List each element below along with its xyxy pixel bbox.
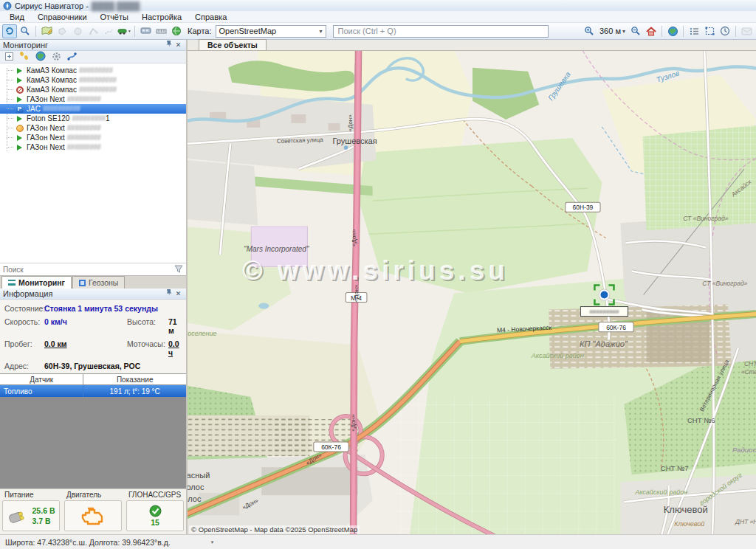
map-label: "Mars Incorporated": [244, 245, 309, 253]
menu-item[interactable]: Справка: [188, 13, 233, 21]
vehicle-row[interactable]: Foton SE120#########1: [0, 114, 186, 123]
satellite-status-icon: [149, 505, 162, 517]
vehicle-row[interactable]: ГАЗон Next#########: [0, 142, 186, 152]
pin-icon[interactable]: [164, 40, 173, 50]
svg-text:60К-76: 60К-76: [321, 443, 341, 451]
panel-tabs: Мониторинг Геозоны: [0, 275, 186, 289]
svg-text:60К-76: 60К-76: [606, 324, 626, 331]
menu-item[interactable]: Справочники: [31, 13, 94, 21]
vehicle-row[interactable]: ГАЗон Next#########: [0, 123, 186, 133]
sensor-name: Топливо: [0, 385, 83, 397]
edit-map-button[interactable]: [39, 24, 54, 38]
home-button[interactable]: [644, 24, 659, 38]
status-moving-icon: [15, 143, 24, 151]
traffic-icon: [171, 26, 182, 36]
zoom-in-button[interactable]: [582, 24, 597, 38]
globe-button[interactable]: [665, 24, 680, 38]
map-label: СНТ: [744, 360, 756, 367]
chevron-down-icon[interactable]: ▾: [211, 539, 214, 545]
close-icon[interactable]: ✕: [173, 41, 183, 50]
altitude-value: 71 м: [168, 317, 182, 335]
tab-monitoring[interactable]: Мониторинг: [1, 276, 72, 289]
zoom-tool-button[interactable]: [18, 24, 32, 38]
toolbar-separator: [134, 26, 135, 37]
vehicle-row[interactable]: КамАЗ Компас#########: [0, 66, 186, 75]
vehicle-plate-masked: #########: [67, 143, 101, 151]
pin-icon[interactable]: [164, 289, 173, 299]
history-button[interactable]: [718, 24, 732, 38]
refresh-button[interactable]: [2, 24, 17, 38]
filter-funnel-icon[interactable]: [174, 265, 183, 274]
value-column-header[interactable]: Показание: [83, 374, 186, 384]
address-label: Адрес:: [4, 362, 44, 370]
sensor-column-header[interactable]: Датчик: [0, 374, 83, 384]
show-on-map-button[interactable]: [35, 51, 46, 63]
state-label: Состояние:: [4, 304, 44, 313]
zoom-scale-select[interactable]: 360 м ▾: [597, 27, 628, 35]
geozone-edit-button[interactable]: [86, 24, 100, 38]
vehicle-row[interactable]: ГАЗон Next#########: [0, 94, 186, 104]
geozone-create-button[interactable]: [55, 24, 69, 38]
global-search-input[interactable]: Поиск (Ctrl + Q): [333, 25, 549, 38]
geozone-circle-button[interactable]: [70, 24, 85, 38]
speed-label: Скорость:: [4, 317, 44, 335]
menu-bar: ВидСправочникиОтчётыНастройкаСправка: [0, 11, 756, 23]
object-list-button[interactable]: [687, 24, 701, 38]
road-shield: 60К-76: [599, 322, 633, 332]
tab-geozones[interactable]: Геозоны: [72, 276, 125, 289]
vehicle-row[interactable]: КамАЗ Компас##########: [0, 85, 186, 94]
route-icon: [104, 27, 114, 36]
zoom-in-icon: [584, 26, 594, 36]
map-label: ДНТ «На: [735, 518, 756, 525]
route-edit-button[interactable]: [101, 24, 116, 38]
expand-all-button[interactable]: [5, 52, 13, 62]
message-button[interactable]: [739, 24, 754, 38]
map-tab-strip: Все объекты: [188, 40, 756, 51]
clock-icon: [720, 26, 730, 36]
vehicle-plate-suffix: 1: [106, 114, 110, 122]
monitoring-search-input[interactable]: [3, 266, 174, 274]
hours-value[interactable]: 0.0 ч: [168, 339, 182, 357]
vehicle-row[interactable]: КамАЗ Компас##########: [0, 75, 186, 85]
settings-button[interactable]: [52, 52, 61, 63]
menu-item[interactable]: Отчёты: [94, 13, 135, 21]
mileage-value[interactable]: 0.0 км: [44, 339, 127, 357]
sensor-row[interactable]: Топливо191 л; t°: 19 °C: [0, 385, 186, 397]
traffic-button[interactable]: [169, 24, 184, 38]
route-track-button[interactable]: [67, 52, 77, 63]
monitoring-search-row: [0, 263, 186, 275]
vehicle-name: ГАЗон Next: [27, 124, 65, 132]
vehicle-row[interactable]: ГАЗон Next#########: [0, 133, 186, 142]
map-tab-all-objects[interactable]: Все объекты: [199, 39, 267, 50]
geozones-tab-icon: [79, 280, 86, 286]
transport-button[interactable]: [138, 24, 153, 38]
engine-gauge: Двигатель: [64, 491, 122, 531]
vehicle-row[interactable]: PJAC##########: [0, 104, 186, 114]
satellite-count: 15: [151, 518, 159, 528]
magnifier-icon: [20, 26, 30, 36]
zoom-out-button[interactable]: [628, 24, 643, 38]
menu-item[interactable]: Настройка: [135, 13, 188, 21]
close-icon[interactable]: ✕: [173, 289, 183, 299]
area-select-button[interactable]: [702, 24, 717, 38]
monitoring-tab-icon: [8, 280, 16, 286]
menu-item[interactable]: Вид: [3, 13, 31, 21]
main-toolbar: Карта: OpenStreetMap ▾ Поиск (Ctrl + Q) …: [0, 23, 756, 40]
map-label: КП "Адажио": [580, 339, 628, 348]
map-label: «Станкос: [741, 368, 756, 376]
map-select[interactable]: OpenStreetMap ▾: [216, 25, 326, 38]
map-label: ское поселение: [188, 330, 217, 337]
hours-label: Моточасы:: [127, 339, 168, 357]
tracks-button[interactable]: [19, 52, 30, 62]
backup-voltage-value: 3.7 В: [32, 517, 51, 526]
map-label: Грушевская: [332, 137, 377, 145]
vehicle-tree: КамАЗ Компас#########КамАЗ Компас#######…: [0, 63, 186, 263]
monitoring-toolbar: [0, 51, 186, 63]
vehicle-menu-button[interactable]: [117, 24, 131, 38]
map-label: «Дон»: [351, 229, 357, 246]
map-label: Ключевой: [674, 520, 704, 528]
monitoring-panel-title: Мониторинг: [3, 41, 164, 49]
map-attribution: © OpenStreetMap - Map data ©2025 OpenStr…: [189, 525, 360, 534]
map-canvas[interactable]: ######### М-460Н-3960К-7660К-76 Советска…: [188, 51, 756, 534]
scale-button[interactable]: [154, 24, 168, 38]
